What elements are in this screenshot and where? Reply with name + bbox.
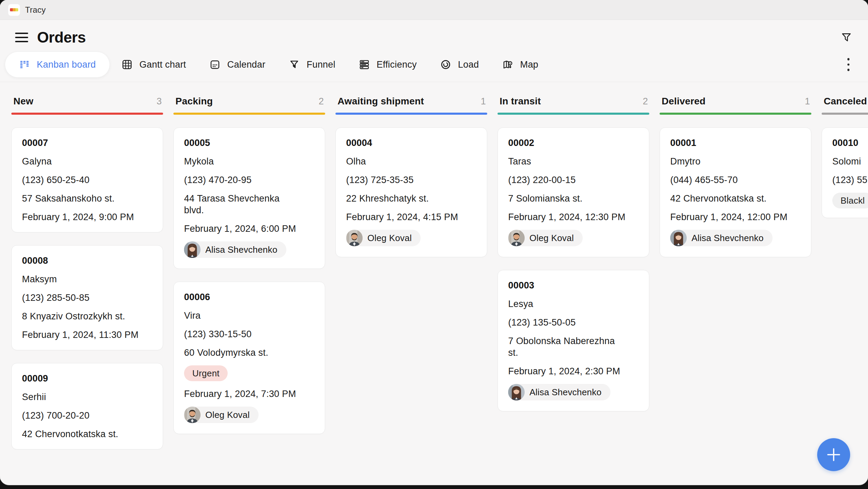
oleg-avatar-image — [508, 230, 525, 246]
order-phone: (123) 55 — [832, 174, 868, 186]
column-header: Delivered 1 — [660, 96, 811, 107]
order-phone: (123) 650-25-40 — [22, 174, 152, 186]
alisa-avatar-image — [670, 230, 687, 246]
order-datetime: February 1, 2024, 6:00 PM — [184, 223, 315, 235]
tab-label: Funnel — [307, 59, 335, 70]
column-header: Awaiting shipment 1 — [335, 96, 487, 107]
order-address: 44 Tarasa Shevchenka blvd. — [184, 193, 315, 216]
order-phone: (123) 470-20-95 — [184, 174, 315, 186]
logo-red-square — [10, 8, 13, 11]
order-card-00008[interactable]: 00008 Maksym (123) 285-50-85 8 Knyaziv O… — [11, 245, 163, 350]
assignee-chip: Alisa Shevchenko — [508, 384, 610, 400]
gantt-icon — [122, 59, 133, 70]
order-card-00004[interactable]: 00004 Olha (123) 725-35-35 22 Khreshchat… — [335, 127, 487, 257]
column-title: Delivered — [662, 96, 706, 107]
column-color-bar — [335, 113, 487, 115]
column-awaiting-shipment: Awaiting shipment 1 00004 Olha (123) 725… — [335, 96, 487, 264]
tab-map[interactable]: Map — [491, 52, 550, 78]
app-title: Tracy — [25, 5, 46, 15]
assignee-avatar — [184, 241, 201, 258]
order-card-00001[interactable]: 00001 Dmytro (044) 465-55-70 42 Chervono… — [660, 127, 811, 257]
order-tag: Urgent — [184, 365, 228, 381]
tab-icon — [122, 59, 133, 70]
column-in-transit: In transit 2 00002 Taras (123) 220-00-15… — [498, 96, 649, 418]
load-icon — [440, 59, 451, 70]
order-address: 57 Saksahanskoho st. — [22, 193, 152, 204]
page-header: Orders — [0, 29, 868, 46]
order-card-00006[interactable]: 00006 Vira (123) 330-15-50 60 Volodymyrs… — [173, 282, 325, 434]
order-datetime: February 1, 2024, 7:30 PM — [184, 388, 315, 400]
tab-icon — [209, 59, 220, 70]
order-id: 00006 — [184, 291, 315, 303]
tab-calendar[interactable]: Calendar — [198, 52, 277, 78]
order-customer: Galyna — [22, 156, 152, 167]
order-id: 00001 — [670, 137, 801, 149]
column-cards: 00001 Dmytro (044) 465-55-70 42 Chervono… — [660, 127, 811, 264]
tab-funnel[interactable]: Funnel — [277, 52, 347, 78]
tab-kanban-board[interactable]: Kanban board — [5, 52, 110, 78]
column-cards: 00002 Taras (123) 220-00-15 7 Solomiansk… — [498, 127, 649, 418]
alisa-avatar-image — [184, 241, 201, 258]
column-color-bar — [822, 113, 868, 115]
order-id: 00004 — [346, 137, 477, 149]
tab-label: Map — [520, 59, 538, 70]
column-title: New — [13, 96, 33, 107]
order-card-00010[interactable]: 00010 Solomi (123) 55 Blackl — [822, 127, 868, 218]
assignee-chip: Oleg Koval — [508, 230, 583, 246]
assignee-chip: Alisa Shevchenko — [184, 241, 286, 258]
column-count: 1 — [805, 96, 810, 107]
order-customer: Serhii — [22, 391, 152, 403]
kanban-icon — [19, 59, 30, 70]
order-address: 7 Solomianska st. — [508, 193, 639, 204]
order-phone: (123) 220-00-15 — [508, 174, 639, 186]
assignee-chip: Oleg Koval — [346, 230, 421, 246]
assignee-name: Oleg Koval — [367, 230, 412, 246]
order-card-00009[interactable]: 00009 Serhii (123) 700-20-20 42 Chervono… — [11, 363, 163, 450]
assignee-name: Oleg Koval — [205, 407, 250, 423]
assignee-row: Alisa Shevchenko — [184, 241, 315, 259]
column-cards: 00004 Olha (123) 725-35-35 22 Khreshchat… — [335, 127, 487, 264]
funnel-icon — [289, 59, 300, 70]
order-phone: (044) 465-55-70 — [670, 174, 801, 186]
tracy-logo-icon — [8, 4, 20, 16]
filter-button[interactable] — [841, 32, 852, 43]
order-datetime: February 1, 2024, 12:30 PM — [508, 211, 639, 223]
order-card-00002[interactable]: 00002 Taras (123) 220-00-15 7 Solomiansk… — [498, 127, 649, 257]
order-customer: Taras — [508, 156, 639, 167]
tab-overflow-menu[interactable] — [845, 56, 852, 73]
assignee-chip: Alisa Shevchenko — [670, 230, 773, 246]
order-card-00003[interactable]: 00003 Lesya (123) 135-50-05 7 Obolonska … — [498, 270, 649, 411]
order-phone: (123) 285-50-85 — [22, 292, 152, 304]
order-customer: Olha — [346, 156, 477, 167]
logo-orange-square — [13, 8, 15, 11]
assignee-avatar — [508, 230, 525, 246]
kanban-board[interactable]: New 3 00007 Galyna (123) 650-25-40 57 Sa… — [0, 82, 868, 456]
column-title: In transit — [500, 96, 541, 107]
header-left: Orders — [15, 29, 86, 46]
order-customer: Maksym — [22, 273, 152, 285]
filter-icon — [841, 32, 852, 43]
tab-efficiency[interactable]: Efficiency — [347, 52, 429, 78]
app-window: Tracy Orders Kanban board Gantt chart Ca… — [0, 0, 868, 485]
column-packing: Packing 2 00005 Mykola (123) 470-20-95 4… — [173, 96, 325, 441]
tab-icon — [19, 59, 30, 70]
tab-bar: Kanban board Gantt chart Calendar Funnel… — [0, 52, 868, 78]
column-count: 2 — [643, 96, 648, 107]
menu-hamburger-icon[interactable] — [15, 33, 28, 42]
order-address: 42 Chervonotkatska st. — [22, 428, 152, 440]
column-title: Awaiting shipment — [338, 96, 424, 107]
assignee-row: Oleg Koval — [346, 230, 477, 248]
column-header: New 3 — [11, 96, 163, 107]
tab-gantt-chart[interactable]: Gantt chart — [110, 52, 198, 78]
order-customer: Solomi — [832, 156, 868, 167]
logo-yellow-square — [15, 8, 18, 11]
tab-load[interactable]: Load — [429, 52, 491, 78]
order-id: 00005 — [184, 137, 315, 149]
map-icon — [502, 59, 513, 70]
order-card-00005[interactable]: 00005 Mykola (123) 470-20-95 44 Tarasa S… — [173, 127, 325, 269]
order-card-00007[interactable]: 00007 Galyna (123) 650-25-40 57 Saksahan… — [11, 127, 163, 232]
order-address: 7 Obolonska Naberezhna st. — [508, 335, 639, 359]
column-delivered: Delivered 1 00001 Dmytro (044) 465-55-70… — [660, 96, 811, 264]
add-order-button[interactable] — [817, 438, 850, 471]
column-header: In transit 2 — [498, 96, 649, 107]
